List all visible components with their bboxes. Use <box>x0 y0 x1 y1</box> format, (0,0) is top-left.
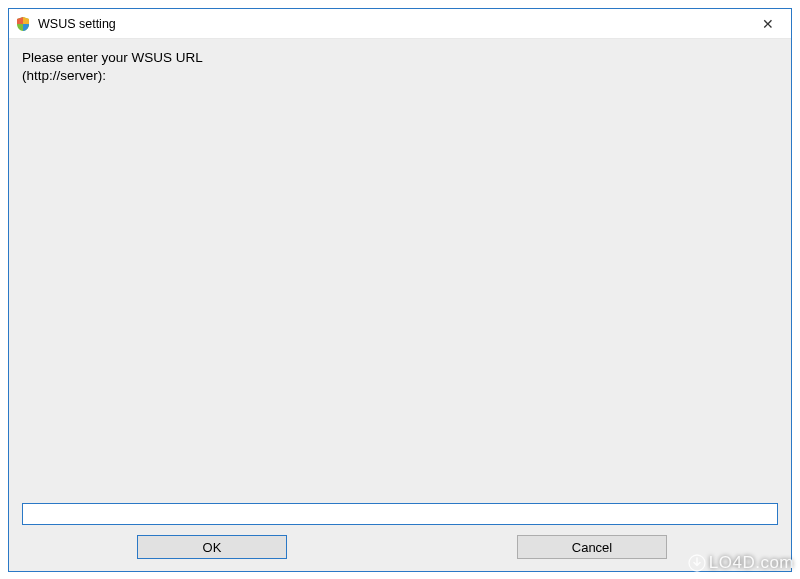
titlebar: WSUS setting ✕ <box>9 9 791 39</box>
window-title: WSUS setting <box>38 17 745 31</box>
client-area: Please enter your WSUS URL (http://serve… <box>9 39 791 571</box>
close-icon: ✕ <box>762 17 774 31</box>
gap <box>287 535 517 559</box>
app-shield-icon <box>15 16 31 32</box>
spacer <box>22 85 778 503</box>
wsus-url-input[interactable] <box>22 503 778 525</box>
prompt-text: Please enter your WSUS URL (http://serve… <box>22 49 778 85</box>
close-button[interactable]: ✕ <box>745 9 791 38</box>
ok-button[interactable]: OK <box>137 535 287 559</box>
cancel-button[interactable]: Cancel <box>517 535 667 559</box>
button-row: OK Cancel <box>22 535 778 559</box>
dialog-window: WSUS setting ✕ Please enter your WSUS UR… <box>8 8 792 572</box>
